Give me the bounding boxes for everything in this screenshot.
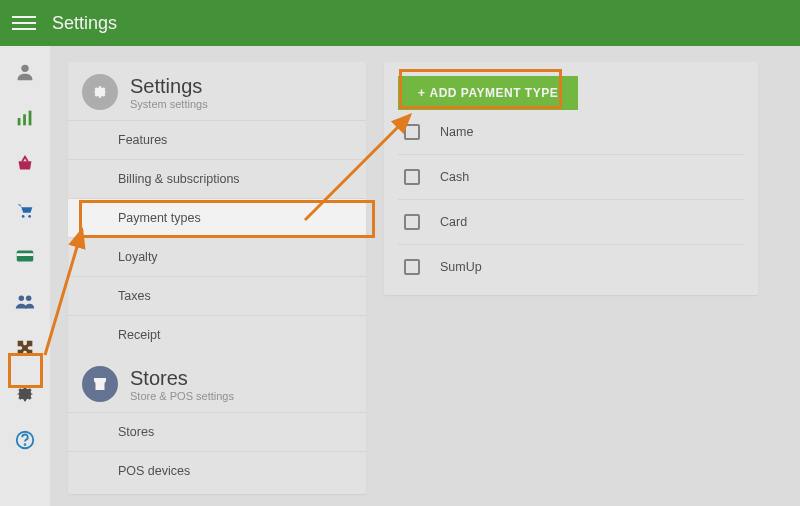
cart-icon[interactable] (13, 198, 37, 222)
menu-icon[interactable] (12, 11, 36, 35)
basket-icon[interactable] (13, 152, 37, 176)
svg-rect-1 (18, 118, 21, 125)
settings-section-subtitle: System settings (130, 98, 208, 110)
svg-rect-2 (23, 114, 26, 125)
menu-taxes[interactable]: Taxes (68, 276, 366, 315)
stats-icon[interactable] (13, 106, 37, 130)
nav-sidebar (0, 46, 50, 506)
menu-loyalty[interactable]: Loyalty (68, 237, 366, 276)
payment-row[interactable]: SumUp (398, 245, 744, 289)
help-icon[interactable] (13, 428, 37, 452)
svg-point-8 (19, 296, 24, 302)
svg-point-4 (22, 215, 25, 218)
payment-types-panel: +ADD PAYMENT TYPE Name Cash Card SumUp (384, 62, 758, 295)
add-payment-type-button[interactable]: +ADD PAYMENT TYPE (398, 76, 578, 110)
app-header: Settings (0, 0, 800, 46)
select-all-checkbox[interactable] (404, 124, 420, 140)
menu-payment-types[interactable]: Payment types (68, 198, 366, 237)
svg-rect-7 (17, 253, 34, 256)
svg-point-0 (21, 65, 28, 72)
user-icon[interactable] (13, 60, 37, 84)
puzzle-icon[interactable] (13, 336, 37, 360)
plus-icon: + (418, 86, 426, 100)
settings-section-title: Settings (130, 75, 208, 98)
row-checkbox[interactable] (404, 259, 420, 275)
settings-panel: Settings System settings Features Billin… (68, 62, 366, 494)
table-header-row: Name (398, 110, 744, 155)
card-icon[interactable] (13, 244, 37, 268)
stores-section-title: Stores (130, 367, 234, 390)
svg-point-9 (26, 296, 31, 302)
payment-row[interactable]: Card (398, 200, 744, 245)
page-title: Settings (52, 13, 117, 34)
people-icon[interactable] (13, 290, 37, 314)
stores-section-subtitle: Store & POS settings (130, 390, 234, 402)
svg-point-5 (28, 215, 31, 218)
menu-features[interactable]: Features (68, 120, 366, 159)
gear-icon[interactable] (13, 382, 37, 406)
menu-pos-devices[interactable]: POS devices (68, 451, 366, 490)
stores-section-icon (82, 366, 118, 402)
svg-rect-3 (29, 111, 32, 126)
menu-stores[interactable]: Stores (68, 412, 366, 451)
payment-row[interactable]: Cash (398, 155, 744, 200)
settings-section-icon (82, 74, 118, 110)
svg-point-11 (25, 444, 26, 445)
row-checkbox[interactable] (404, 214, 420, 230)
menu-receipt[interactable]: Receipt (68, 315, 366, 354)
row-checkbox[interactable] (404, 169, 420, 185)
menu-billing[interactable]: Billing & subscriptions (68, 159, 366, 198)
